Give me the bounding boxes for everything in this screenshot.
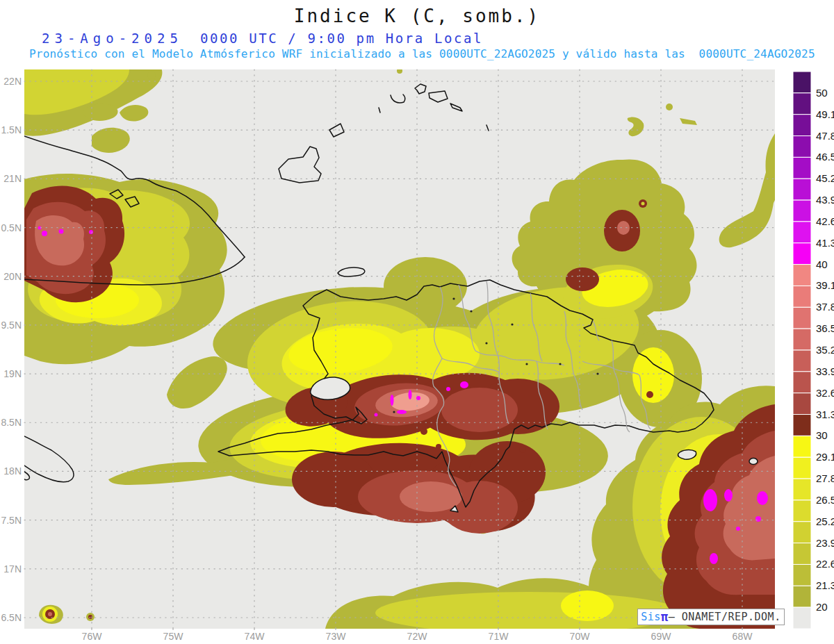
colorbar-segment — [793, 265, 811, 286]
colorbar-tick-label: 29.1 — [816, 451, 834, 463]
colorbar-tick-label: 39.1 — [816, 279, 834, 291]
colorbar-tick-label: 42.6 — [816, 215, 834, 227]
colorbar-segment — [793, 457, 811, 479]
colorbar-tick-label: 43.9 — [816, 194, 834, 206]
attribution-sis: Sis — [641, 611, 661, 623]
colorbar-tick-label: 47.8 — [816, 130, 834, 142]
lon-label: 73W — [326, 631, 347, 642]
colorbar-segment — [793, 72, 811, 93]
lon-axis: 76W75W74W73W72W71W70W69W68W — [82, 631, 753, 642]
lon-label: 76W — [82, 631, 103, 642]
lat-label: 0.5N — [1, 222, 22, 233]
lon-label: 72W — [407, 631, 428, 642]
lat-label: 9.5N — [1, 320, 22, 331]
lat-label: 7.5N — [1, 515, 22, 526]
lon-label: 70W — [570, 631, 591, 642]
colorbar: 5049.147.846.545.243.942.641.34039.137.8… — [793, 72, 834, 629]
colorbar-segment — [793, 179, 811, 200]
lat-label: 22N — [3, 76, 22, 87]
colorbar-tick-label: 40 — [816, 258, 828, 270]
colorbar-tick-label: 25.2 — [816, 515, 834, 527]
colorbar-tick-label: 46.5 — [816, 151, 834, 163]
saona-island — [678, 450, 696, 460]
colorbar-tick-label: 32.6 — [816, 387, 834, 399]
lat-label: 18N — [3, 465, 22, 477]
lon-label: 74W — [245, 631, 265, 642]
lon-label: 68W — [733, 631, 753, 642]
colorbar-tick-label: 27.8 — [816, 472, 834, 484]
colorbar-segment — [793, 136, 811, 158]
lon-label: 75W — [163, 631, 184, 642]
colorbar-segment — [793, 500, 811, 522]
attribution-box: Sisπ – ONAMET/REP.DOM. — [637, 609, 785, 625]
colorbar-segment — [793, 115, 811, 136]
lat-label: 8.5N — [1, 417, 22, 428]
weather-map-page: Indice K (C, somb.) 23-Ago-2025 0000 UTC… — [0, 0, 834, 644]
colorbar-segment — [793, 93, 811, 115]
colorbar-segment — [793, 543, 811, 565]
colorbar-segment — [793, 372, 811, 393]
lon-label: 71W — [489, 631, 509, 642]
colorbar-segment — [793, 436, 811, 457]
lat-label: 6.5N — [1, 612, 22, 623]
colorbar-tick-label: 36.5 — [816, 322, 834, 334]
colorbar-segment — [793, 479, 811, 500]
colorbar-tick-label: 37.8 — [816, 301, 834, 313]
colorbar-segment — [793, 415, 811, 436]
colorbar-tick-label: 31.3 — [816, 408, 834, 420]
lat-axis: 22N1.5N21N0.5N20N9.5N19N8.5N18N7.5N17N6.… — [1, 76, 22, 623]
colorbar-segment — [793, 307, 811, 329]
colorbar-tick-label: 41.3 — [816, 237, 834, 249]
colorbar-segment — [793, 350, 811, 372]
colorbar-segment — [793, 157, 811, 179]
colorbar-segment — [793, 564, 811, 586]
lat-label: 19N — [3, 368, 22, 379]
colorbar-segment — [793, 329, 811, 350]
colorbar-segment — [793, 393, 811, 415]
colorbar-segment — [793, 222, 811, 243]
colorbar-tick-label: 20 — [816, 601, 828, 613]
lat-label: 21N — [3, 173, 22, 184]
colorbar-segment — [793, 286, 811, 307]
lat-label: 20N — [3, 271, 22, 282]
colorbar-tick-label: 50 — [816, 87, 828, 99]
colorbar-tick-label: 33.9 — [816, 365, 834, 377]
k-index-map: 22N1.5N21N0.5N20N9.5N19N8.5N18N7.5N17N6.… — [0, 0, 834, 644]
colorbar-tick-label: 26.5 — [816, 494, 834, 506]
colorbar-segment — [793, 200, 811, 222]
lat-label: 1.5N — [1, 124, 22, 135]
lat-label: 17N — [3, 563, 22, 575]
attribution-text: – ONAMET/REP.DOM. — [669, 611, 781, 623]
colorbar-segment — [793, 586, 811, 607]
colorbar-tick-label: 49.1 — [816, 108, 834, 120]
colorbar-tick-label: 30 — [816, 429, 828, 441]
pi-symbol: π — [661, 610, 669, 624]
colorbar-segment — [793, 243, 811, 265]
colorbar-tick-label: 35.2 — [816, 344, 834, 356]
lon-label: 69W — [651, 631, 672, 642]
colorbar-segment — [793, 522, 811, 543]
colorbar-tick-label: 45.2 — [816, 172, 834, 184]
mona-island — [749, 459, 758, 465]
colorbar-tick-label: 23.9 — [816, 537, 834, 549]
colorbar-segment — [793, 607, 811, 629]
colorbar-tick-label: 21.3 — [816, 579, 834, 591]
colorbar-tick-label: 22.6 — [816, 558, 834, 570]
